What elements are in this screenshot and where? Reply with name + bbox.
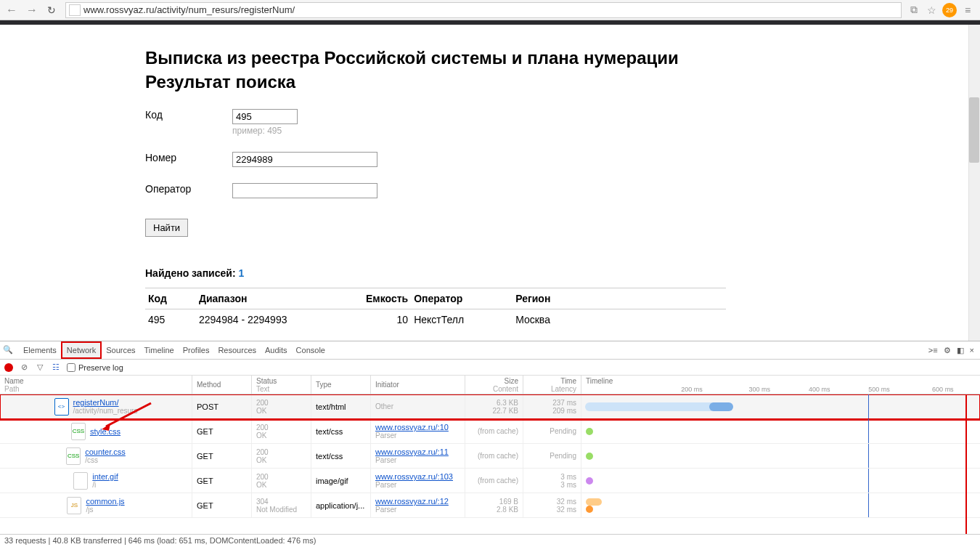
- tab-network[interactable]: Network: [61, 341, 102, 359]
- operator-label: Оператор: [145, 183, 232, 195]
- site-icon: [69, 4, 81, 16]
- code-hint: пример: 495: [232, 126, 298, 136]
- number-label: Номер: [145, 152, 232, 163]
- menu-icon[interactable]: ≡: [961, 4, 974, 17]
- tab-profiles[interactable]: Profiles: [179, 343, 214, 357]
- view-button[interactable]: ☷: [51, 362, 61, 373]
- number-input[interactable]: [232, 152, 377, 167]
- page-title: Выписка из реестра Российской системы и …: [145, 48, 726, 69]
- devtools: 🔍 ElementsNetworkSourcesTimelineProfiles…: [0, 341, 980, 547]
- forward-button[interactable]: →: [23, 2, 41, 18]
- tab-elements[interactable]: Elements: [19, 343, 61, 357]
- page-body: Выписка из реестра Российской системы и …: [0, 25, 980, 341]
- tab-audits[interactable]: Audits: [261, 343, 292, 357]
- back-button[interactable]: ←: [3, 2, 20, 18]
- network-row[interactable]: JScommon.js/jsGET304Not Modifiedapplicat…: [0, 493, 980, 518]
- page-scrollbar[interactable]: [968, 25, 980, 341]
- preserve-log[interactable]: Preserve log: [67, 363, 123, 372]
- record-button[interactable]: [4, 363, 13, 372]
- filter-button[interactable]: ▽: [35, 362, 45, 373]
- records-found: Найдено записей: 1: [145, 267, 726, 279]
- network-row[interactable]: CSSstyle.cssGET200OKtext/csswww.rossvyaz…: [0, 419, 980, 444]
- network-toolbar: ⊘ ▽ ☷ Preserve log: [0, 360, 980, 376]
- drawer-icon[interactable]: >≡: [928, 346, 938, 354]
- table-row: 495 2294984 - 2294993 10 НекстТелл Москв…: [145, 309, 726, 330]
- page-subtitle: Результат поиска: [145, 72, 726, 93]
- scrollbar-thumb[interactable]: [969, 97, 979, 163]
- devtools-tabs: 🔍 ElementsNetworkSourcesTimelineProfiles…: [0, 341, 980, 360]
- th-code: Код: [145, 288, 196, 309]
- devtools-status: 33 requests | 40.8 KB transferred | 646 …: [0, 534, 980, 547]
- copy-icon[interactable]: ⧉: [907, 4, 920, 17]
- th-range: Диапазон: [196, 288, 363, 309]
- browser-toolbar: ← → ↻ www.rossvyaz.ru/activity/num_resur…: [0, 0, 980, 20]
- network-rows: <>registerNum//activity/num_resursPOST20…: [0, 394, 980, 534]
- find-button[interactable]: Найти: [145, 219, 188, 237]
- search-icon[interactable]: 🔍: [3, 345, 13, 355]
- preserve-log-checkbox[interactable]: [67, 363, 75, 372]
- operator-input[interactable]: [232, 183, 377, 198]
- tab-sources[interactable]: Sources: [102, 343, 139, 357]
- clear-button[interactable]: ⊘: [19, 362, 29, 373]
- network-header: NamePath Method StatusText Type Initiato…: [0, 376, 980, 394]
- url-bar[interactable]: www.rossvyaz.ru/activity/num_resurs/regi…: [65, 2, 902, 18]
- url-text: www.rossvyaz.ru/activity/num_resurs/regi…: [83, 4, 898, 15]
- network-row[interactable]: inter.gif/iGET200OKimage/gifwww.rossvyaz…: [0, 469, 980, 493]
- th-cap: Емкость: [363, 288, 411, 309]
- tab-console[interactable]: Console: [292, 343, 330, 357]
- th-region: Регион: [513, 288, 726, 309]
- extension-badge[interactable]: 29: [942, 3, 957, 17]
- dock-icon[interactable]: ◧: [957, 346, 964, 355]
- th-op: Оператор: [411, 288, 513, 309]
- settings-icon[interactable]: ⚙: [944, 346, 951, 355]
- code-input[interactable]: [232, 109, 298, 124]
- reload-button[interactable]: ↻: [44, 2, 60, 18]
- bookmark-icon[interactable]: ☆: [925, 4, 938, 17]
- network-row[interactable]: <>registerNum//activity/num_resursPOST20…: [0, 394, 980, 419]
- network-row[interactable]: CSScounter.css/cssGET200OKtext/csswww.ro…: [0, 444, 980, 469]
- code-label: Код: [145, 109, 232, 121]
- tab-timeline[interactable]: Timeline: [140, 343, 179, 357]
- result-table: Код Диапазон Емкость Оператор Регион 495…: [145, 288, 726, 330]
- tab-resources[interactable]: Resources: [213, 343, 261, 357]
- close-icon[interactable]: ×: [970, 346, 974, 354]
- chrome-extensions: ⧉ ☆ 29 ≡: [907, 3, 977, 17]
